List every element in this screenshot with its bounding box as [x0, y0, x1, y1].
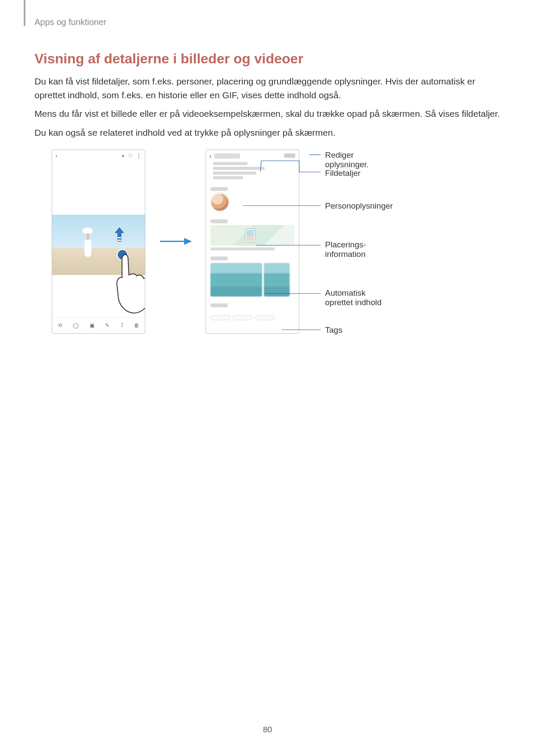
location-map[interactable]	[210, 225, 294, 246]
details-title-blurred	[214, 153, 240, 159]
auto-content-thumb[interactable]	[210, 263, 262, 297]
viewer-topbar: ‹ ⌖ ♡ ⋮	[52, 150, 145, 162]
heart-icon[interactable]: ♡	[128, 153, 133, 159]
tag-pill[interactable]	[255, 315, 275, 320]
breadcrumb: Apps og funktioner	[34, 17, 501, 27]
arrow-right-icon	[158, 236, 193, 247]
callout-edit-info: oplysninger.	[325, 160, 369, 169]
location-caption-blurred	[210, 247, 275, 250]
auto-content-thumb[interactable]	[264, 263, 290, 297]
tags-row	[210, 315, 294, 320]
people-label-blurred	[210, 187, 228, 191]
svg-rect-1	[118, 237, 121, 238]
back-icon[interactable]: ‹	[210, 153, 212, 159]
svg-rect-0	[118, 240, 121, 241]
tag-pill[interactable]	[210, 315, 230, 320]
more-icon[interactable]: ⋮	[136, 153, 141, 159]
edit-info-button[interactable]	[284, 153, 295, 158]
auto-adjust-icon[interactable]: ⟲	[58, 322, 62, 328]
adjust-icon[interactable]: ◯	[73, 322, 78, 328]
crop-icon[interactable]: ▣	[90, 322, 94, 328]
callout-auto-content: oprettet indhold	[325, 298, 382, 307]
person-avatar[interactable]	[210, 193, 229, 212]
swipe-up-arrow-icon	[114, 227, 125, 244]
map-photo-marker	[245, 228, 255, 242]
paragraph-3: Du kan også se relateret indhold ved at …	[34, 126, 501, 140]
callout-location-info: Placerings-	[325, 240, 366, 250]
girl-figure	[82, 228, 94, 258]
manual-page: Apps og funktioner Visning af detaljerne…	[0, 0, 535, 756]
callout-edit-info: Rediger	[325, 150, 369, 160]
figure-row: ‹ ⌖ ♡ ⋮	[52, 150, 501, 334]
viewer-bottombar: ⟲ ◯ ▣ ✎ ⤴ 🗑	[52, 317, 145, 333]
location-label-blurred	[210, 219, 228, 223]
paragraph-2: Mens du får vist et billede eller er på …	[34, 107, 501, 121]
page-number: 80	[0, 725, 535, 734]
callout-location-info: information	[325, 250, 366, 259]
section-title: Visning af detaljerne i billeder og vide…	[34, 51, 501, 67]
transition-arrow	[158, 150, 193, 333]
draw-icon[interactable]: ✎	[105, 322, 110, 328]
gesture-hand	[113, 249, 145, 318]
bixby-vision-icon[interactable]: ⌖	[122, 153, 125, 159]
phone-image-viewer: ‹ ⌖ ♡ ⋮	[52, 150, 145, 334]
header-marker	[24, 0, 25, 26]
file-details-block	[206, 162, 299, 184]
tags-label-blurred	[210, 303, 228, 307]
delete-icon[interactable]: 🗑	[134, 322, 139, 328]
svg-marker-3	[184, 238, 192, 245]
share-icon[interactable]: ⤴	[121, 322, 123, 328]
auto-content-row	[210, 263, 294, 297]
callout-file-details: Fildetaljer	[325, 169, 360, 178]
back-icon[interactable]: ‹	[56, 153, 57, 159]
tag-pill[interactable]	[233, 315, 253, 320]
paragraph-1: Du kan få vist fildetaljer, som f.eks. p…	[34, 75, 501, 102]
auto-content-label-blurred	[210, 256, 228, 260]
callout-tags: Tags	[325, 325, 342, 335]
callout-person-info: Personoplysninger	[325, 201, 393, 211]
callout-auto-content: Automatisk	[325, 288, 382, 298]
phone-details-view: ‹	[206, 150, 299, 334]
callout-column: Rediger oplysninger. Fildetaljer Persono…	[312, 150, 424, 333]
